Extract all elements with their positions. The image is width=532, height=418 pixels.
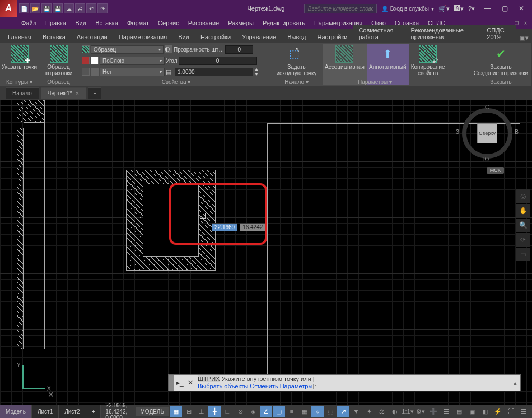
vc-east[interactable]: В <box>515 129 519 135</box>
cmd-opt-undo[interactable]: Отменить <box>250 383 278 389</box>
command-line[interactable]: ▸_ ✕ ШТРИХ Укажите внутреннюю точку или … <box>168 374 521 391</box>
search-input[interactable] <box>304 4 377 13</box>
filetab-new[interactable]: + <box>88 87 101 99</box>
status-polar[interactable]: ⊙ <box>234 406 246 417</box>
tab-output[interactable]: Вывод <box>282 31 311 43</box>
status-cycling[interactable]: ⟐ <box>311 406 324 417</box>
vc-south[interactable]: Ю <box>483 156 489 162</box>
status-autoadd[interactable]: 1:1▾ <box>402 406 414 417</box>
close-button[interactable]: ✕ <box>513 2 530 15</box>
status-qprops[interactable]: ▤ <box>453 406 465 417</box>
status-dyninput[interactable]: ╋ <box>208 406 221 417</box>
panel-props-label[interactable]: Свойства ▾ <box>78 79 274 85</box>
menu-tools[interactable]: Сервис <box>153 18 184 27</box>
nav-showmotion[interactable]: ▭ <box>516 248 530 261</box>
nav-zoom[interactable]: 🔍 <box>516 219 530 232</box>
status-custom[interactable]: ☰ <box>517 406 530 417</box>
ucs-badge[interactable]: МСК <box>487 167 504 174</box>
qat-new[interactable]: 📄 <box>19 3 29 13</box>
vc-west[interactable]: З <box>456 129 459 135</box>
tab-layout1[interactable]: Лист1 <box>32 405 59 418</box>
tab-annotate[interactable]: Аннотации <box>71 31 113 43</box>
status-dynucs[interactable]: ↗ <box>337 406 349 417</box>
status-infer[interactable]: ⊥ <box>195 406 208 417</box>
set-origin-button[interactable]: ⬚↖ Задать исходную точку <box>278 44 315 77</box>
status-cleanscreen[interactable]: ⛶ <box>505 406 517 417</box>
transparency-input[interactable] <box>225 45 253 54</box>
status-gizmo[interactable]: ✦ <box>363 406 375 417</box>
help-icon[interactable]: ?▾ <box>468 5 475 12</box>
pattern-swatch[interactable] <box>82 45 90 53</box>
color-dropdown[interactable]: ПоСлою <box>100 57 165 65</box>
status-isolate[interactable]: ◧ <box>479 406 491 417</box>
status-coords[interactable]: 22.1669, 16.4242, 0.0000 <box>101 402 134 419</box>
tab-addins[interactable]: Настройки <box>311 31 353 43</box>
signin-button[interactable]: 👤 Вход в службы ▾ <box>381 6 434 12</box>
cmd-opt-settings[interactable]: Параметры <box>280 383 313 389</box>
scale-input[interactable] <box>175 68 253 76</box>
bg-swatch[interactable] <box>82 68 90 76</box>
cmdline-recent-icon[interactable]: ✕ <box>185 379 197 387</box>
status-isodraft[interactable]: ◈ <box>247 406 259 417</box>
status-hwaccel[interactable]: ⚡ <box>492 406 504 417</box>
stayconnected-icon[interactable]: 🅰▾ <box>454 5 464 12</box>
cmdline-prompt-icon[interactable]: ▸_ <box>174 379 185 387</box>
menu-insert[interactable]: Вставка <box>91 18 123 27</box>
panel-options-label[interactable]: Параметры ▾ <box>319 79 431 85</box>
status-workspace[interactable]: ⚙▾ <box>414 406 427 417</box>
menu-draw[interactable]: Рисование <box>184 18 223 27</box>
maximize-button[interactable]: ▢ <box>496 2 513 15</box>
panel-contours-label[interactable]: Контуры ▾ <box>0 79 39 85</box>
panel-origin-label[interactable]: Начало ▾ <box>274 79 319 85</box>
scale-spinner[interactable]: ▲▼ <box>254 67 259 77</box>
tab-settings[interactable]: Настройки <box>195 31 236 43</box>
status-grid[interactable]: ▦ <box>170 406 182 417</box>
cmdline-expand-icon[interactable]: ▴ <box>510 379 520 387</box>
pattern-dropdown[interactable]: Образец <box>91 45 164 54</box>
tab-parametric[interactable]: Параметризация <box>113 31 172 43</box>
hatch-pattern-button[interactable]: Образец штриховки <box>43 44 74 77</box>
bg-dropdown[interactable]: Нет <box>100 68 165 76</box>
nav-pan[interactable]: ✋ <box>516 204 530 217</box>
cmdline-grip[interactable] <box>169 375 174 391</box>
exchange-icon[interactable]: 🛒▾ <box>438 5 450 12</box>
status-annoscale[interactable]: ⚖ <box>376 406 388 417</box>
status-otrack[interactable]: ∠ <box>260 406 272 417</box>
status-ortho[interactable]: ∟ <box>221 406 234 417</box>
vc-north[interactable]: С <box>485 104 489 110</box>
doc-close[interactable]: ✕ <box>521 19 530 27</box>
nav-orbit[interactable]: ⟳ <box>516 233 530 247</box>
status-units[interactable]: ☰ <box>440 406 452 417</box>
tab-collab[interactable]: Совместная работа <box>353 25 405 43</box>
status-osnap[interactable]: ▢ <box>273 406 285 417</box>
menu-modify[interactable]: Редактировать <box>258 18 310 27</box>
status-annovis[interactable]: ◐ <box>389 406 401 417</box>
qat-save[interactable]: 💾 <box>41 3 52 13</box>
menu-format[interactable]: Формат <box>123 18 153 27</box>
viewcube[interactable]: Сверху С Ю В З <box>459 105 515 161</box>
ribbon-collapse[interactable]: ▣▾ <box>516 33 532 43</box>
cmd-opt-select[interactable]: Выбрать объекты <box>198 383 248 389</box>
menu-dimension[interactable]: Размеры <box>223 18 258 27</box>
status-3dosnap[interactable]: ⬚ <box>324 406 337 417</box>
status-model-badge[interactable]: МОДЕЛЬ <box>136 407 169 416</box>
qat-saveas[interactable]: 💾 <box>53 3 63 13</box>
tab-view[interactable]: Вид <box>172 31 195 43</box>
nav-wheel[interactable]: ◎ <box>516 189 530 203</box>
menu-view[interactable]: Вид <box>71 18 91 27</box>
qat-redo[interactable]: ↷ <box>97 3 108 13</box>
tab-model[interactable]: Модель <box>0 405 32 418</box>
filetab-start[interactable]: Начало <box>6 87 39 99</box>
close-hatch-button[interactable]: ✔ Закрыть Создание штриховки <box>474 44 528 77</box>
qat-cloud[interactable]: ☁ <box>64 3 74 13</box>
tab-spds[interactable]: СПДС 2019 <box>481 25 516 43</box>
qat-open[interactable]: 📂 <box>30 3 40 13</box>
tab-insert[interactable]: Вставка <box>37 31 71 43</box>
tab-add-layout[interactable]: + <box>86 405 101 418</box>
status-lwt[interactable]: ≡ <box>286 406 298 417</box>
filetab-current[interactable]: Чертеж1*✕ <box>41 87 87 99</box>
menu-file[interactable]: Файл <box>17 18 41 27</box>
tab-manage[interactable]: Управление <box>236 31 282 43</box>
drawing-canvas[interactable]: 22.1669 16.4242 Сверху С Ю В З МСК ◎ ✋ 🔍… <box>0 100 532 405</box>
menu-edit[interactable]: Правка <box>41 18 71 27</box>
